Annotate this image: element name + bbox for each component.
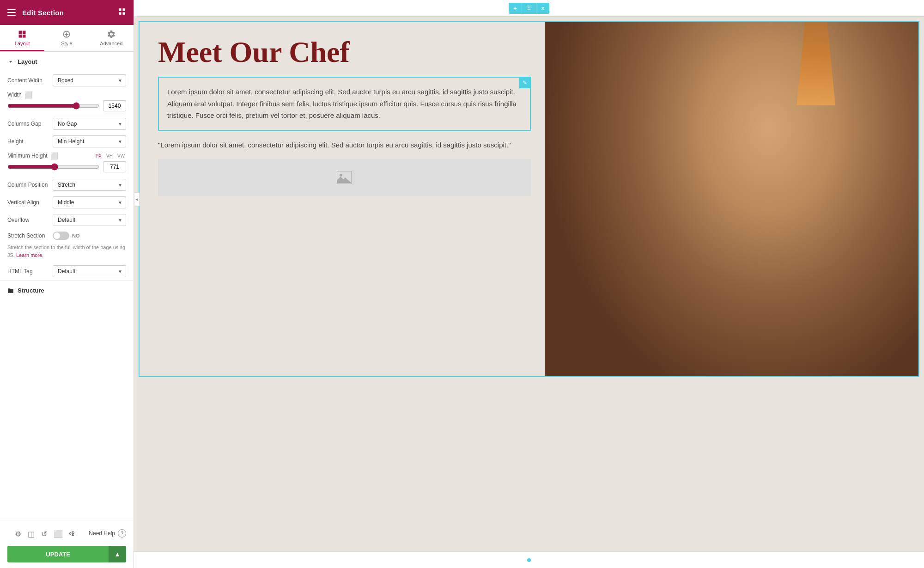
stretch-section-row: Stretch Section NO: [0, 229, 134, 243]
content-width-select[interactable]: Boxed Full Width: [53, 74, 126, 86]
width-label: Width ⬜: [7, 91, 32, 98]
bottom-bar: [134, 551, 924, 568]
grid-icon[interactable]: [118, 7, 126, 18]
column-position-row: Column Position Stretch Top Middle Botto…: [0, 176, 134, 194]
help-icon: ?: [118, 529, 126, 537]
column-position-select[interactable]: Stretch Top Middle Bottom: [53, 179, 126, 191]
html-tag-select[interactable]: Default header footer main article secti…: [53, 265, 126, 277]
image-placeholder[interactable]: [158, 159, 531, 196]
tab-layout[interactable]: Layout: [0, 25, 44, 51]
sidebar-header: Edit Section: [0, 0, 134, 25]
sidebar-bottom-icons: ⚙ ◫ ↺ ⬜ 👁: [7, 526, 84, 540]
stretch-section-label: Stretch Section: [7, 232, 49, 239]
columns-gap-control[interactable]: No Gap Narrow Default Extended Wide ▼: [53, 118, 126, 130]
collapse-handle[interactable]: ◀: [134, 192, 140, 206]
width-slider-row: [7, 100, 126, 111]
tab-advanced-label: Advanced: [100, 41, 122, 46]
text-block-bordered: ✎ Lorem ipsum dolor sit amet, consectetu…: [158, 77, 531, 131]
layers-icon[interactable]: ◫: [28, 530, 35, 538]
edit-section-title: Edit Section: [22, 9, 64, 17]
html-tag-row: HTML Tag Default header footer main arti…: [0, 263, 134, 280]
height-select[interactable]: Min Height Fit To Screen: [53, 135, 126, 147]
top-toolbar: + ⠿ ×: [134, 0, 924, 17]
tab-style[interactable]: Style: [44, 25, 89, 51]
layout-section-label: Layout: [18, 58, 37, 65]
vertical-align-control[interactable]: Top Middle Bottom ▼: [53, 196, 126, 208]
unit-px[interactable]: PX: [94, 153, 103, 159]
overflow-control[interactable]: Default Hidden ▼: [53, 214, 126, 226]
min-height-slider-row: [7, 161, 126, 172]
overflow-row: Overflow Default Hidden ▼: [0, 211, 134, 229]
vertical-align-label: Vertical Align: [7, 199, 49, 206]
canvas-area: ◀ Meet Our Chef ✎ Lorem ipsum dolor sit …: [134, 17, 924, 551]
footer-actions: UPDATE ▲: [7, 546, 126, 562]
svg-point-1: [340, 174, 342, 177]
chef-title: Meet Our Chef: [158, 36, 531, 68]
left-column: Meet Our Chef ✎ Lorem ipsum dolor sit am…: [140, 22, 545, 376]
learn-more-link[interactable]: Learn more.: [16, 252, 43, 258]
min-height-monitor-icon: ⬜: [50, 152, 58, 159]
sidebar: Edit Section Layout Style Advanced Layou…: [0, 0, 134, 568]
column-position-label: Column Position: [7, 182, 49, 188]
min-height-label: Minimum Height ⬜: [7, 152, 58, 159]
content-width-row: Content Width Boxed Full Width ▼: [0, 72, 134, 89]
width-row: Width ⬜: [0, 89, 134, 115]
min-height-slider[interactable]: [7, 163, 99, 171]
vertical-align-select[interactable]: Top Middle Bottom: [53, 196, 126, 208]
stretch-toggle-label: NO: [72, 233, 80, 238]
unit-vw[interactable]: VW: [116, 153, 126, 159]
content-width-label: Content Width: [7, 77, 49, 84]
monitor-icon: ⬜: [24, 91, 32, 98]
quote-text: "Lorem ipsum dolor sit amet, consectetur…: [158, 139, 531, 151]
content-width-control[interactable]: Boxed Full Width ▼: [53, 74, 126, 86]
visibility-icon[interactable]: 👁: [69, 530, 77, 538]
section-controls: + ⠿ ×: [509, 3, 549, 14]
columns-gap-select[interactable]: No Gap Narrow Default Extended Wide: [53, 118, 126, 130]
section-wrapper: ◀ Meet Our Chef ✎ Lorem ipsum dolor sit …: [139, 21, 919, 377]
overflow-label: Overflow: [7, 217, 49, 223]
stretch-toggle-knob: [54, 232, 60, 239]
hamburger-icon[interactable]: [7, 9, 16, 16]
structure-toggle[interactable]: Structure: [0, 280, 134, 300]
overflow-select[interactable]: Default Hidden: [53, 214, 126, 226]
stretch-note: Stretch the section to the full width of…: [0, 243, 134, 263]
move-section-button[interactable]: ⠿: [522, 3, 536, 14]
unit-selectors: PX VH VW: [94, 153, 126, 159]
bottom-handle[interactable]: [527, 558, 531, 562]
close-section-button[interactable]: ×: [536, 3, 549, 14]
width-slider[interactable]: [7, 102, 99, 110]
columns-gap-row: Columns Gap No Gap Narrow Default Extend…: [0, 115, 134, 133]
settings-icon[interactable]: ⚙: [15, 530, 21, 538]
column-position-control[interactable]: Stretch Top Middle Bottom ▼: [53, 179, 126, 191]
layout-section-toggle[interactable]: Layout: [0, 52, 134, 72]
height-control[interactable]: Min Height Fit To Screen ▼: [53, 135, 126, 147]
unit-vh[interactable]: VH: [105, 153, 114, 159]
tab-layout-label: Layout: [15, 41, 30, 46]
text-block-edit-btn[interactable]: ✎: [519, 77, 530, 88]
tab-advanced[interactable]: Advanced: [89, 25, 134, 51]
sidebar-tabs: Layout Style Advanced: [0, 25, 134, 52]
responsive-icon[interactable]: ⬜: [54, 530, 63, 538]
html-tag-control[interactable]: Default header footer main article secti…: [53, 265, 126, 277]
history-icon[interactable]: ↺: [41, 530, 47, 538]
update-button[interactable]: UPDATE: [7, 546, 109, 562]
sidebar-header-left: Edit Section: [7, 9, 64, 17]
chef-photo: [545, 22, 918, 376]
stretch-toggle-wrapper: NO: [53, 232, 80, 240]
main-canvas: + ⠿ × ◀ Meet Our Chef ✎ Lorem ipsum dolo…: [134, 0, 924, 568]
height-row: Height Min Height Fit To Screen ▼: [0, 133, 134, 150]
columns-gap-label: Columns Gap: [7, 121, 49, 127]
structure-label: Structure: [18, 287, 44, 294]
vertical-align-row: Vertical Align Top Middle Bottom ▼: [0, 194, 134, 211]
min-height-input[interactable]: [103, 161, 126, 172]
min-height-row: Minimum Height ⬜ PX VH VW: [0, 150, 134, 176]
chef-photo-column: [545, 22, 918, 376]
lorem-text: Lorem ipsum dolor sit amet, consectetur …: [167, 86, 522, 122]
update-arrow-button[interactable]: ▲: [109, 546, 126, 562]
sidebar-footer: ⚙ ◫ ↺ ⬜ 👁 Need Help ? UPDATE ▲: [0, 520, 134, 568]
add-section-button[interactable]: +: [509, 3, 522, 14]
width-input[interactable]: [103, 100, 126, 111]
need-help-label: Need Help: [89, 530, 115, 537]
need-help[interactable]: Need Help ?: [89, 529, 126, 537]
stretch-toggle[interactable]: [53, 232, 69, 240]
